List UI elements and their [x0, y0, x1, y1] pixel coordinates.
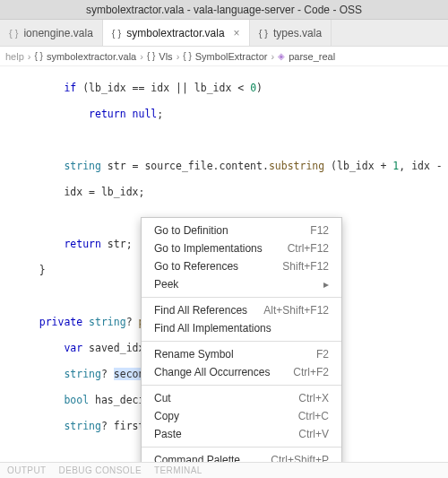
bc-help[interactable]: help: [5, 51, 24, 62]
ctx-rename-symbol[interactable]: Rename SymbolF2: [142, 345, 341, 363]
chevron-right-icon: ▸: [323, 278, 329, 291]
panel-tabs: OUTPUT DEBUG CONSOLE TERMINAL: [0, 462, 448, 478]
bc-namespace[interactable]: Vls: [159, 51, 172, 62]
close-icon[interactable]: ×: [234, 27, 240, 39]
chevron-right-icon: ›: [28, 51, 31, 62]
breadcrumb: help › { } symbolextractor.vala › { } Vl…: [0, 47, 448, 66]
menu-separator: [142, 447, 341, 448]
editor-tabs: { } ionengine.vala { } symbolextractor.v…: [0, 20, 448, 47]
ctx-cut[interactable]: CutCtrl+X: [142, 389, 341, 407]
tab-symbolextractor[interactable]: { } symbolextractor.vala ×: [103, 20, 250, 46]
tab-types[interactable]: { } types.vala: [250, 20, 332, 46]
vala-file-icon: { }: [9, 28, 18, 39]
vala-file-icon: { }: [112, 28, 121, 39]
menu-separator: [142, 341, 341, 342]
ctx-find-all-implementations[interactable]: Find All Implementations: [142, 319, 341, 337]
tab-label: symbolextractor.vala: [126, 27, 224, 39]
file-icon: { }: [34, 51, 42, 61]
context-menu: Go to DefinitionF12 Go to Implementation…: [141, 217, 342, 474]
ctx-change-all-occurrences[interactable]: Change All OccurrencesCtrl+F2: [142, 363, 341, 381]
ctx-go-to-definition[interactable]: Go to DefinitionF12: [142, 222, 341, 239]
chevron-right-icon: ›: [271, 51, 274, 62]
panel-debug-console[interactable]: DEBUG CONSOLE: [59, 465, 142, 475]
class-icon: { }: [183, 51, 191, 61]
ctx-paste[interactable]: PasteCtrl+V: [142, 425, 341, 443]
panel-output[interactable]: OUTPUT: [7, 465, 47, 475]
chevron-right-icon: ›: [140, 51, 143, 62]
ctx-find-all-references[interactable]: Find All ReferencesAlt+Shift+F12: [142, 301, 341, 319]
ctx-go-to-references[interactable]: Go to ReferencesShift+F12: [142, 257, 341, 275]
ctx-copy[interactable]: CopyCtrl+C: [142, 407, 341, 425]
bc-method[interactable]: parse_real: [289, 51, 335, 62]
ctx-go-to-implementations[interactable]: Go to ImplementationsCtrl+F12: [142, 239, 341, 257]
chevron-right-icon: ›: [177, 51, 180, 62]
namespace-icon: { }: [147, 51, 155, 61]
method-icon: ◈: [278, 51, 285, 61]
bc-file[interactable]: symbolextractor.vala: [47, 51, 136, 62]
tab-label: ionengine.vala: [23, 27, 92, 39]
window-title: symbolextractor.vala - vala-language-ser…: [86, 4, 362, 16]
menu-separator: [142, 385, 341, 386]
bc-class[interactable]: SymbolExtractor: [195, 51, 268, 62]
menu-separator: [142, 297, 341, 298]
tab-ionengine[interactable]: { } ionengine.vala: [0, 20, 103, 46]
title-bar: symbolextractor.vala - vala-language-ser…: [0, 0, 448, 20]
vala-file-icon: { }: [259, 28, 268, 39]
ctx-peek[interactable]: Peek▸: [142, 275, 341, 293]
tab-label: types.vala: [273, 27, 322, 39]
panel-terminal[interactable]: TERMINAL: [154, 465, 202, 475]
